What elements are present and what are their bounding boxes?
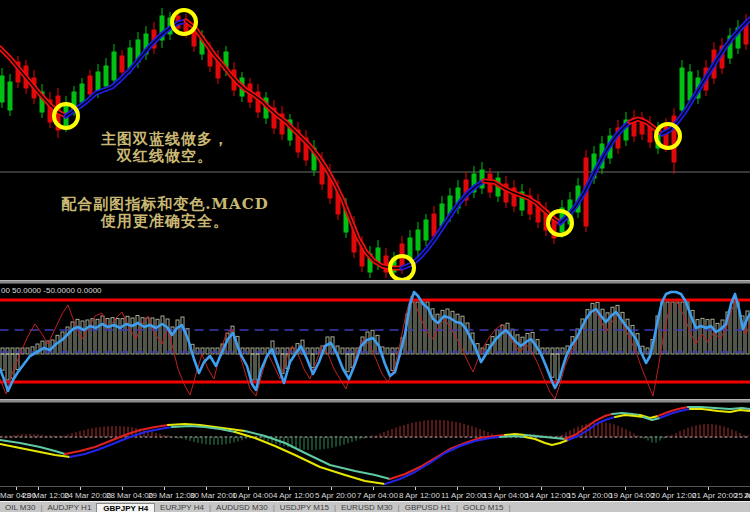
time-tick bbox=[625, 487, 626, 490]
time-tick bbox=[122, 487, 123, 490]
oscillator-canvas[interactable] bbox=[0, 284, 750, 399]
time-label: 24 Mar 20:00 bbox=[64, 491, 111, 500]
time-tick bbox=[708, 487, 709, 490]
tab-separator: | bbox=[508, 503, 510, 512]
time-label: 8 Apr 12:00 bbox=[399, 491, 440, 500]
time-label: 30 Mar 20:00 bbox=[190, 491, 237, 500]
time-label: 7 Apr 04:00 bbox=[357, 491, 398, 500]
time-label: 5 Apr 20:00 bbox=[315, 491, 356, 500]
macd-pane[interactable] bbox=[0, 403, 750, 486]
trading-terminal: 主图双蓝线做多， 双红线做空。 配合副图指标和变色.MACD 使用更准确安全。 … bbox=[0, 0, 750, 512]
time-label: 23 Mar 12:00 bbox=[22, 491, 69, 500]
annotation-line-4: 使用更准确安全。 bbox=[10, 213, 320, 230]
time-label: 15 Apr 20:00 bbox=[567, 491, 612, 500]
time-tick bbox=[248, 487, 249, 490]
annotation-signal-rule: 主图双蓝线做多， 双红线做空。 bbox=[40, 131, 290, 165]
time-tick bbox=[38, 487, 39, 490]
tab-item[interactable]: GOLD M15 bbox=[458, 503, 508, 512]
time-axis[interactable]: Mar 04:0023 Mar 12:0024 Mar 20:0028 Mar … bbox=[0, 486, 750, 502]
tab-item[interactable]: AUDUSD M30 bbox=[211, 503, 273, 512]
time-label: 1 Apr 04:00 bbox=[232, 491, 273, 500]
time-label: 11 Apr 20:00 bbox=[441, 491, 486, 500]
time-label: 19 Apr 04:00 bbox=[609, 491, 654, 500]
time-tick bbox=[457, 487, 458, 490]
time-label: 20 Apr 12:00 bbox=[651, 491, 696, 500]
time-tick bbox=[164, 487, 165, 490]
tab-item[interactable]: AUDJPY H1 bbox=[42, 503, 96, 512]
time-tick bbox=[331, 487, 332, 490]
time-tick bbox=[541, 487, 542, 490]
tab-item[interactable]: GBPUSD H1 bbox=[400, 503, 456, 512]
annotation-line-2: 双红线做空。 bbox=[40, 148, 290, 165]
macd-canvas[interactable] bbox=[0, 403, 750, 486]
time-tick bbox=[80, 487, 81, 490]
time-label: 21 Apr 20:00 bbox=[692, 491, 737, 500]
time-label: 13 Apr 04:00 bbox=[483, 491, 528, 500]
tab-item[interactable]: OIL M30 bbox=[0, 503, 40, 512]
time-tick bbox=[206, 487, 207, 490]
time-tick bbox=[289, 487, 290, 490]
annotation-line-1: 主图双蓝线做多， bbox=[40, 131, 290, 148]
time-tick bbox=[667, 487, 668, 490]
oscillator-values-label: 00 50.0000 -50.0000 0.0000 bbox=[1, 286, 102, 295]
annotation-line-3: 配合副图指标和变色.MACD bbox=[10, 196, 320, 213]
main-chart-pane[interactable]: 主图双蓝线做多， 双红线做空。 配合副图指标和变色.MACD 使用更准确安全。 bbox=[0, 0, 750, 280]
time-label: 14 Apr 12:00 bbox=[525, 491, 570, 500]
time-tick bbox=[583, 487, 584, 490]
time-tick bbox=[373, 487, 374, 490]
time-label: 28 Mar 04:00 bbox=[106, 491, 153, 500]
tab-item[interactable]: EURUSD M30 bbox=[336, 503, 398, 512]
tab-item-active[interactable]: GBPJPY H4 bbox=[96, 503, 155, 512]
time-label: 29 Mar 12:00 bbox=[148, 491, 195, 500]
time-tick bbox=[499, 487, 500, 490]
time-tick bbox=[16, 487, 17, 490]
tab-item[interactable]: USDJPY M15 bbox=[275, 503, 334, 512]
time-label: 4 Apr 12:00 bbox=[273, 491, 314, 500]
oscillator-pane[interactable]: 00 50.0000 -50.0000 0.0000 bbox=[0, 284, 750, 399]
time-tick bbox=[415, 487, 416, 490]
time-label: 26 Ap bbox=[744, 491, 750, 500]
tab-item[interactable]: EURJPY H4 bbox=[155, 503, 209, 512]
annotation-usage-tip: 配合副图指标和变色.MACD 使用更准确安全。 bbox=[10, 196, 320, 230]
chart-tab-bar[interactable]: OIL M30|AUDJPY H1GBPJPY H4EURJPY H4|AUDU… bbox=[0, 501, 750, 512]
